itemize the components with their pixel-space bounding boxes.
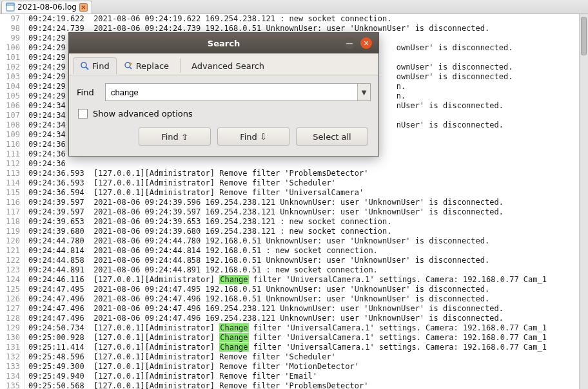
code-line[interactable]: 09:24:47.496 2021-08-06 09:24:47.496 169… <box>24 314 588 323</box>
line-number: 111 <box>0 149 24 159</box>
find-prev-button[interactable]: Find ⇧ <box>139 128 211 146</box>
line-number-gutter: 9798991001011021031041051061071081091101… <box>0 14 24 389</box>
replace-icon <box>124 61 133 70</box>
line-number: 126 <box>0 294 24 304</box>
tab-advanced-label: Advanced Search <box>191 61 264 71</box>
line-number: 109 <box>0 130 24 140</box>
vertical-scrollbar[interactable] <box>579 14 588 389</box>
line-number: 99 <box>0 33 24 43</box>
find-dropdown-toggle[interactable]: ▼ <box>357 84 370 100</box>
line-number: 105 <box>0 91 24 101</box>
line-number: 127 <box>0 304 24 314</box>
line-number: 102 <box>0 62 24 72</box>
find-input[interactable] <box>106 84 357 100</box>
code-line[interactable]: 09:24:36.593 [127.0.0.1][Administrator] … <box>24 169 588 178</box>
code-line[interactable]: 09:24:44.780 2021-08-06 09:24:44.780 192… <box>24 236 588 246</box>
line-number: 110 <box>0 140 24 149</box>
line-number: 98 <box>0 24 24 33</box>
line-number: 134 <box>0 372 24 381</box>
show-advanced-label: Show advanced options <box>93 109 193 119</box>
minimize-button[interactable]: — <box>344 37 355 49</box>
code-line[interactable]: 09:25:11.414 [127.0.0.1][Administrator] … <box>24 343 588 352</box>
line-number: 120 <box>0 236 24 246</box>
code-line[interactable]: 09:25:49.300 [127.0.0.1][Administrator] … <box>24 362 588 372</box>
code-line[interactable]: 09:24:36.594 [127.0.0.1][Administrator] … <box>24 188 588 198</box>
tab-advanced-search[interactable]: Advanced Search <box>184 57 271 74</box>
scrollbar-thumb[interactable] <box>581 17 587 55</box>
line-number: 129 <box>0 323 24 333</box>
code-line[interactable]: 09:24:44.814 2021-08-06 09:24:44.814 192… <box>24 246 588 256</box>
tab-find-label: Find <box>92 61 110 71</box>
line-number: 116 <box>0 198 24 207</box>
search-dialog: Search — ✕ Find Replace Advanced Search … <box>68 32 379 157</box>
line-number: 114 <box>0 178 24 188</box>
code-line[interactable]: 09:25:48.596 [127.0.0.1][Administrator] … <box>24 352 588 362</box>
search-tabs: Find Replace Advanced Search <box>69 53 378 75</box>
search-body: Find ▼ Show advanced options Find ⇧ Find… <box>69 75 378 156</box>
file-tab[interactable]: 2021-08-06.log ✕ <box>1 1 92 14</box>
tab-close-icon[interactable]: ✕ <box>79 3 88 12</box>
code-line[interactable]: 09:24:44.858 2021-08-06 09:24:44.858 192… <box>24 256 588 265</box>
line-number: 125 <box>0 285 24 294</box>
file-icon <box>6 3 15 12</box>
line-number: 97 <box>0 14 24 24</box>
line-number: 103 <box>0 72 24 82</box>
code-line[interactable]: 09:24:36 <box>24 159 588 169</box>
line-number: 124 <box>0 275 24 285</box>
line-number: 108 <box>0 120 24 130</box>
file-tab-label: 2021-08-06.log <box>17 3 77 12</box>
find-icon <box>80 61 89 70</box>
line-number: 101 <box>0 53 24 62</box>
svg-point-2 <box>81 62 86 68</box>
code-line[interactable]: 09:24:19.622 2021-08-06 09:24:19.622 169… <box>24 14 588 24</box>
code-line[interactable]: 09:24:44.891 2021-08-06 09:24:44.891 192… <box>24 265 588 275</box>
line-number: 100 <box>0 43 24 53</box>
search-titlebar[interactable]: Search — ✕ <box>69 33 378 53</box>
line-number: 112 <box>0 159 24 169</box>
code-line[interactable]: 09:25:49.940 [127.0.0.1][Administrator] … <box>24 372 588 381</box>
find-combo[interactable]: ▼ <box>105 83 371 101</box>
line-number: 132 <box>0 352 24 362</box>
line-number: 119 <box>0 227 24 236</box>
line-number: 107 <box>0 111 24 120</box>
code-line[interactable]: 09:24:39.597 2021-08-06 09:24:39.597 169… <box>24 207 588 217</box>
line-number: 133 <box>0 362 24 372</box>
find-label: Find <box>77 88 99 97</box>
line-number: 113 <box>0 169 24 178</box>
svg-line-3 <box>86 67 88 70</box>
line-number: 123 <box>0 265 24 275</box>
code-line[interactable]: 09:24:46.116 [127.0.0.1][Administrator] … <box>24 275 588 285</box>
line-number: 106 <box>0 101 24 111</box>
code-line[interactable]: 09:24:47.496 2021-08-06 09:24:47.496 169… <box>24 304 588 314</box>
code-line[interactable]: 09:24:39.653 2021-08-06 09:24:39.653 169… <box>24 217 588 227</box>
close-button[interactable]: ✕ <box>360 37 372 49</box>
tab-replace-label: Replace <box>136 61 169 71</box>
svg-point-4 <box>125 62 130 68</box>
code-line[interactable]: 09:24:36.593 [127.0.0.1][Administrator] … <box>24 178 588 188</box>
svg-rect-1 <box>6 3 14 5</box>
find-next-button[interactable]: Find ⇩ <box>217 128 289 146</box>
code-line[interactable]: 09:24:50.734 [127.0.0.1][Administrator] … <box>24 323 588 333</box>
code-line[interactable]: 09:24:39.597 2021-08-06 09:24:39.596 169… <box>24 198 588 207</box>
search-highlight: Change <box>219 333 248 342</box>
line-number: 131 <box>0 343 24 352</box>
code-line[interactable]: 09:24:39.680 2021-08-06 09:24:39.680 169… <box>24 227 588 236</box>
line-number: 115 <box>0 188 24 198</box>
code-line[interactable]: 09:24:47.496 2021-08-06 09:24:47.496 192… <box>24 294 588 304</box>
code-line[interactable]: 09:24:47.495 2021-08-06 09:24:47.495 192… <box>24 285 588 294</box>
search-highlight: Change <box>219 343 248 352</box>
tab-replace[interactable]: Replace <box>117 57 176 74</box>
code-line[interactable]: 09:25:50.568 [127.0.0.1][Administrator] … <box>24 381 588 389</box>
select-all-button[interactable]: Select all <box>296 128 368 146</box>
line-number: 122 <box>0 256 24 265</box>
code-line[interactable]: 09:25:00.928 [127.0.0.1][Administrator] … <box>24 333 588 343</box>
line-number: 118 <box>0 217 24 227</box>
line-number: 130 <box>0 333 24 343</box>
line-number: 121 <box>0 246 24 256</box>
svg-line-5 <box>130 67 132 69</box>
tab-find[interactable]: Find <box>73 57 117 74</box>
line-number: 117 <box>0 207 24 217</box>
tab-bar: 2021-08-06.log ✕ <box>0 0 588 14</box>
search-title: Search <box>208 39 240 48</box>
show-advanced-checkbox[interactable] <box>78 109 88 119</box>
